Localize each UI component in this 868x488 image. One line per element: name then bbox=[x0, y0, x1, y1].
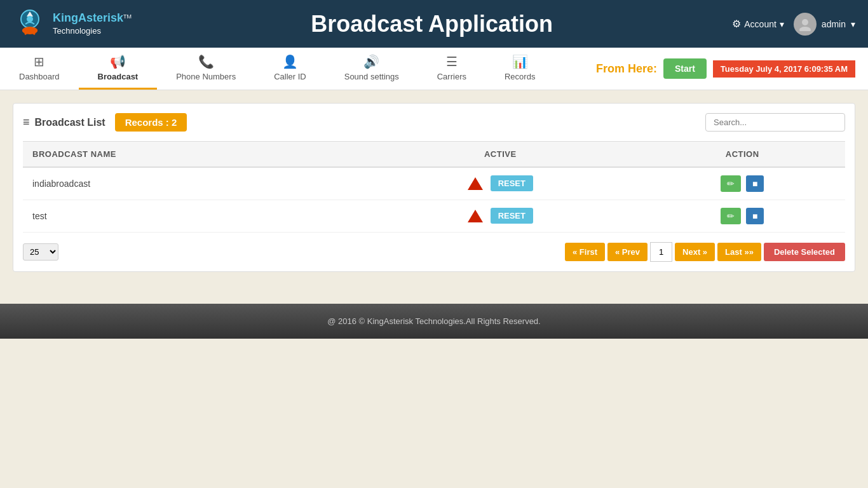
delete-row-button[interactable]: ■ bbox=[746, 175, 764, 192]
per-page-selector: 25 50 100 bbox=[23, 243, 58, 261]
nav-broadcast[interactable]: 📢 Broadcast bbox=[79, 48, 158, 90]
from-here-section: From Here: Start Tuesday July 4, 2017 6:… bbox=[596, 48, 868, 90]
nav-caller-id[interactable]: 👤 Caller ID bbox=[255, 48, 325, 90]
records-badge: Records : 2 bbox=[115, 113, 187, 132]
col-broadcast-name: BROADCAST NAME bbox=[23, 142, 361, 168]
per-page-select[interactable]: 25 50 100 bbox=[23, 243, 58, 261]
next-button[interactable]: Next » bbox=[675, 243, 715, 261]
reset-button[interactable]: RESET bbox=[491, 208, 533, 224]
from-here-label: From Here: bbox=[596, 62, 657, 76]
app-title: Broadcast Application bbox=[132, 11, 732, 37]
admin-button[interactable]: admin ▾ bbox=[794, 13, 855, 36]
footer: @ 2016 © KingAsterisk Technologies.All R… bbox=[0, 304, 868, 339]
gear-icon: ⚙ bbox=[732, 18, 741, 30]
cell-name: test bbox=[23, 200, 361, 233]
cell-action: ✏ ■ bbox=[639, 167, 845, 200]
active-indicator bbox=[468, 177, 483, 190]
data-table: BROADCAST NAME ACTIVE ACTION indiabroadc… bbox=[23, 141, 845, 233]
pagination-area: 25 50 100 « First « Prev 1 Next » Last »… bbox=[23, 242, 845, 262]
dashboard-icon: ⊞ bbox=[34, 54, 44, 69]
edit-button[interactable]: ✏ bbox=[721, 175, 741, 192]
admin-chevron-icon: ▾ bbox=[851, 19, 855, 29]
prev-button[interactable]: « Prev bbox=[607, 243, 648, 261]
nav-phone-numbers[interactable]: 📞 Phone Numbers bbox=[157, 48, 255, 90]
col-action: ACTION bbox=[639, 142, 845, 168]
last-button[interactable]: Last »» bbox=[717, 243, 761, 261]
logo-text: KingAsteriskTM Technologies bbox=[53, 11, 132, 36]
broadcast-list-card: ≡ Broadcast List Records : 2 BROADCAST N… bbox=[13, 103, 855, 272]
nav-records[interactable]: 📊 Records bbox=[485, 48, 554, 90]
reset-button[interactable]: RESET bbox=[491, 175, 533, 191]
pagination-buttons: « First « Prev 1 Next » Last »» Delete S… bbox=[565, 242, 845, 262]
datetime-badge: Tuesday July 4, 2017 6:09:35 AM bbox=[713, 60, 855, 78]
col-active: ACTIVE bbox=[361, 142, 639, 168]
cell-active: RESET bbox=[361, 167, 639, 200]
first-button[interactable]: « First bbox=[565, 243, 605, 261]
table-row: test RESET ✏ ■ bbox=[23, 200, 845, 233]
account-chevron-icon: ▾ bbox=[780, 19, 784, 29]
table-row: indiabroadcast RESET ✏ ■ bbox=[23, 167, 845, 200]
logo-area: KingAsteriskTM Technologies bbox=[13, 6, 132, 41]
nav-dashboard[interactable]: ⊞ Dashboard bbox=[0, 48, 79, 90]
current-page: 1 bbox=[650, 242, 672, 262]
delete-row-button[interactable]: ■ bbox=[746, 208, 764, 224]
table-header-row: BROADCAST NAME ACTIVE ACTION bbox=[23, 142, 845, 168]
logo-sub: Technologies bbox=[53, 26, 132, 37]
svg-point-9 bbox=[799, 27, 811, 31]
main-content: ≡ Broadcast List Records : 2 BROADCAST N… bbox=[0, 90, 868, 285]
carriers-icon: ☰ bbox=[446, 54, 458, 69]
logo-name: KingAsterisk bbox=[53, 11, 123, 24]
nav-carriers[interactable]: ☰ Carriers bbox=[418, 48, 485, 90]
broadcast-icon: 📢 bbox=[110, 54, 126, 69]
nav-sound-settings[interactable]: 🔊 Sound settings bbox=[325, 48, 418, 90]
delete-selected-button[interactable]: Delete Selected bbox=[764, 243, 845, 261]
cell-active: RESET bbox=[361, 200, 639, 233]
edit-button[interactable]: ✏ bbox=[721, 208, 741, 224]
sound-icon: 🔊 bbox=[363, 54, 379, 69]
start-button[interactable]: Start bbox=[663, 58, 707, 79]
list-icon: ≡ bbox=[23, 116, 30, 129]
caller-id-icon: 👤 bbox=[282, 54, 298, 69]
records-icon: 📊 bbox=[512, 54, 528, 69]
cell-action: ✏ ■ bbox=[639, 200, 845, 233]
active-indicator bbox=[468, 210, 483, 222]
footer-copyright: @ 2016 © KingAsterisk Technologies.All R… bbox=[327, 316, 540, 326]
card-header: ≡ Broadcast List Records : 2 bbox=[23, 113, 845, 132]
broadcast-list-title: ≡ Broadcast List bbox=[23, 116, 105, 129]
phone-icon: 📞 bbox=[198, 54, 214, 69]
logo-icon bbox=[13, 6, 48, 41]
account-button[interactable]: ⚙ Account ▾ bbox=[732, 18, 784, 30]
avatar bbox=[794, 13, 817, 36]
navbar: ⊞ Dashboard 📢 Broadcast 📞 Phone Numbers … bbox=[0, 48, 868, 90]
svg-point-2 bbox=[27, 16, 33, 22]
search-input[interactable] bbox=[705, 113, 845, 132]
cell-name: indiabroadcast bbox=[23, 167, 361, 200]
app-header: KingAsteriskTM Technologies Broadcast Ap… bbox=[0, 0, 868, 48]
header-right: ⚙ Account ▾ admin ▾ bbox=[732, 13, 855, 36]
svg-point-8 bbox=[802, 19, 808, 25]
